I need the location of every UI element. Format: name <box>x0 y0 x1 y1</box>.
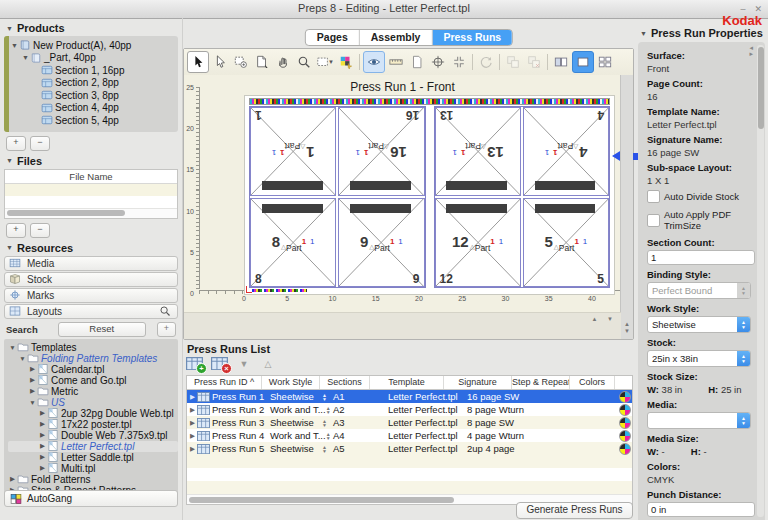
product-tree-item[interactable]: ▼New Product(A), 40pp <box>10 39 178 52</box>
template-tree-item[interactable]: ▶2up 32pg Double Web.tpl <box>8 408 178 419</box>
template-tree-item[interactable]: ▶Metric <box>8 386 178 397</box>
chevron-right-icon[interactable]: ▶ <box>190 393 195 401</box>
resource-button-stock[interactable]: Stock <box>4 272 178 287</box>
resource-button-layouts[interactable]: Layouts <box>4 304 178 319</box>
column-header-work-style[interactable]: Work Style <box>262 376 320 389</box>
product-tree-item[interactable]: Section 3, 8pp <box>10 89 178 102</box>
template-tree-item[interactable]: ▶Letter Saddle.tpl <box>8 452 178 463</box>
view-single-surface-icon[interactable] <box>572 51 594 73</box>
template-tree-item[interactable]: ▶Letter Perfect.tpl <box>8 441 178 452</box>
chevron-down-icon[interactable]: ▼ <box>28 399 37 406</box>
chevron-right-icon[interactable]: ▶ <box>38 420 47 428</box>
table-row[interactable]: ▶Press Run 1Sheetwise▲▼A1Letter Perfect.… <box>187 390 632 403</box>
zoom-area-tool-icon[interactable] <box>231 52 251 72</box>
move-up-button[interactable]: △ <box>260 359 276 369</box>
delete-press-run-button[interactable]: × <box>211 357 228 370</box>
checkbox-auto-divide-stock[interactable] <box>647 190 660 203</box>
files-column-header[interactable]: File Name <box>5 170 177 184</box>
remove-file-button[interactable]: − <box>30 223 50 238</box>
column-header-template[interactable]: Template <box>370 376 444 389</box>
remove-product-button[interactable]: − <box>30 136 50 151</box>
properties-vscrollbar[interactable] <box>757 45 764 517</box>
table-row[interactable]: ▶Press Run 3Sheetwise▲▼A3Letter Perfect.… <box>187 416 632 429</box>
add-product-button[interactable]: + <box>6 136 26 151</box>
tab-press-runs[interactable]: Press Runs <box>432 30 512 45</box>
column-header-colors[interactable]: Colors <box>570 376 615 389</box>
product-tree-item[interactable]: Section 2, 8pp <box>10 77 178 90</box>
zoom-tool-icon[interactable] <box>294 52 314 72</box>
template-tree-item[interactable]: ▶Double Web 7.375x9.tpl <box>8 430 178 441</box>
template-tree-item[interactable]: ▶Come and Go.tpl <box>8 375 178 386</box>
template-tree-item[interactable]: ▼Templates <box>8 342 178 353</box>
press-sheet[interactable]: 1△Part11116△Part11168△Part1189△Part11913… <box>244 95 615 295</box>
table-row[interactable]: ▶Press Run 5Sheetwise▲▼A5Letter Perfect.… <box>187 442 632 455</box>
field-auto-divide-stock[interactable]: Auto Divide Stock <box>647 190 756 203</box>
imposed-page-16[interactable]: 16△Part1116 <box>338 107 424 196</box>
measure-tool-icon[interactable] <box>386 52 406 72</box>
column-header-signature[interactable]: Signature <box>444 376 512 389</box>
table-hscrollbar-thumb[interactable] <box>189 497 454 503</box>
chevron-right-icon[interactable]: ▶ <box>190 432 195 440</box>
search-add-button[interactable]: + <box>157 322 176 337</box>
files-header[interactable]: ▼ Files <box>6 155 182 167</box>
chevron-right-icon[interactable]: ▶ <box>190 445 195 453</box>
column-header-press-run-id[interactable]: Press Run ID ^ <box>187 376 262 389</box>
preview-canvas[interactable]: Press Run 1 - Front 2520151050 051015202… <box>184 75 621 313</box>
resource-button-media[interactable]: Media <box>4 256 178 271</box>
preview-vscrollbar[interactable]: ▲▼ <box>620 75 633 339</box>
section-count-input[interactable]: 1 <box>647 250 755 265</box>
template-tree-item[interactable]: ▶Calendar.tpl <box>8 364 178 375</box>
chevron-right-icon[interactable]: ▶ <box>38 464 47 472</box>
pan-tool-icon[interactable] <box>273 52 293 72</box>
template-tree-item[interactable]: ▶Multi.tpl <box>8 463 178 474</box>
punch-distance-input[interactable]: 0 in <box>647 502 755 517</box>
chevron-right-icon[interactable]: ▶ <box>190 406 195 414</box>
press-run-properties-header[interactable]: ▼ Press Run Properties <box>640 27 763 39</box>
template-tree-item[interactable]: ▼US <box>8 397 178 408</box>
work-style-cell[interactable]: Work and T...▲▼ <box>267 429 330 442</box>
table-row[interactable]: ▶Press Run 2Work and T...▲▼A2Letter Perf… <box>187 403 632 416</box>
field-auto-apply-pdf-trimsize[interactable]: Auto Apply PDF TrimSize <box>647 209 756 231</box>
products-header[interactable]: ▼ Products <box>6 22 182 34</box>
stock-select[interactable]: 25in x 38in▲▼ <box>647 350 751 367</box>
view-multi-surface-icon[interactable] <box>595 52 615 72</box>
chevron-right-icon[interactable]: ▶ <box>190 419 195 427</box>
generate-press-runs-button[interactable]: Generate Press Runs <box>516 502 633 519</box>
search-icon[interactable] <box>159 305 171 317</box>
work-style-cell[interactable]: Work and T...▲▼ <box>267 403 330 416</box>
resources-header[interactable]: ▼ Resources <box>6 242 182 254</box>
chevron-down-icon[interactable]: ▼ <box>8 344 17 351</box>
chevron-down-icon[interactable]: ▼ <box>18 355 27 362</box>
column-header-stock[interactable] <box>615 376 633 389</box>
product-tree-item[interactable]: Section 1, 16pp <box>10 64 178 77</box>
checkbox-auto-apply-pdf-trimsize[interactable] <box>647 214 660 227</box>
add-file-button[interactable]: + <box>6 223 26 238</box>
chevron-right-icon[interactable]: ▶ <box>28 365 37 373</box>
product-tree-item[interactable]: Section 4, 4pp <box>10 102 178 115</box>
view-spread-icon[interactable] <box>551 52 571 72</box>
column-header-step-repeats[interactable]: Step & Repeats <box>512 376 570 389</box>
preview-options-icon[interactable] <box>336 52 356 72</box>
files-hscrollbar[interactable] <box>5 208 177 218</box>
product-tree-item[interactable]: Section 5, 4pp <box>10 114 178 127</box>
reset-button[interactable]: Reset <box>58 322 146 337</box>
product-tree-item[interactable]: ▼_Part, 40pp <box>10 52 178 65</box>
chevron-right-icon[interactable]: ▶ <box>38 409 47 417</box>
work-style-cell[interactable]: Sheetwise▲▼ <box>267 416 330 429</box>
imposed-page-13[interactable]: 13△Part1113 <box>435 107 521 196</box>
chevron-right-icon[interactable]: ▶ <box>38 442 47 450</box>
imposed-page-4[interactable]: 4△Part114 <box>523 107 609 196</box>
work-style-select[interactable]: Sheetwise▲▼ <box>647 316 751 333</box>
chevron-right-icon[interactable]: ▶ <box>28 376 37 384</box>
preview-hscrollbar[interactable]: ▲ ▼ <box>184 312 621 339</box>
work-style-cell[interactable]: Sheetwise▲▼ <box>267 442 330 455</box>
chevron-right-icon[interactable]: ▶ <box>38 431 47 439</box>
panel-nav-arrows[interactable]: ◂▸ <box>749 45 753 57</box>
template-tree-item[interactable]: ▼Folding Pattern Templates <box>8 353 178 364</box>
table-row[interactable]: ▶Press Run 4Work and T...▲▼A4Letter Perf… <box>187 429 632 442</box>
chevron-right-icon[interactable]: ▶ <box>28 387 37 395</box>
chevron-down-icon[interactable]: ▼ <box>21 54 30 61</box>
template-tree-item[interactable]: ▶Fold Patterns <box>8 474 178 485</box>
resource-button-marks[interactable]: Marks <box>4 288 178 303</box>
column-header-sections[interactable]: Sections <box>320 376 370 389</box>
